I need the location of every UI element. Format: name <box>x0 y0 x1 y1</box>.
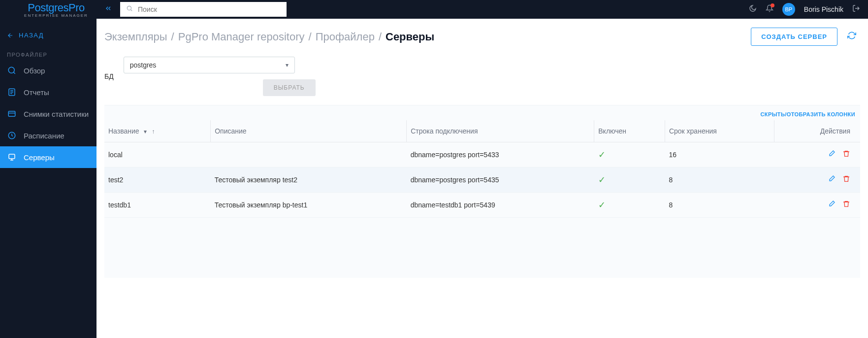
username: Boris Pischik <box>804 5 843 13</box>
svg-rect-3 <box>8 111 15 117</box>
sidebar-section-label: ПРОФАЙЛЕР <box>0 47 96 60</box>
theme-toggle-icon[interactable] <box>749 4 757 14</box>
sidebar-item-overview[interactable]: Обзор <box>0 60 96 81</box>
delete-icon[interactable] <box>842 151 850 159</box>
search-icon <box>126 5 133 14</box>
table-row: test2Тестовый экземпляр test2dbname=post… <box>104 168 860 193</box>
create-server-button[interactable]: СОЗДАТЬ СЕРВЕР <box>751 28 837 46</box>
servers-table: Название ▾ ↑ Описание Строка подключения… <box>104 120 860 218</box>
col-enabled[interactable]: Включен <box>594 120 665 142</box>
sidebar-item-label: Серверы <box>24 153 55 162</box>
cell-desc: Тестовый экземпляр test2 <box>211 168 407 193</box>
refresh-icon[interactable] <box>843 28 860 45</box>
check-icon: ✓ <box>598 175 606 185</box>
logo: PostgresPro ENTERPRISE MANAGER <box>8 1 104 18</box>
page-header: Экземпляры / PgPro Manager repository / … <box>104 28 860 46</box>
svg-rect-5 <box>9 154 15 159</box>
arrow-left-icon <box>7 32 14 39</box>
edit-icon[interactable] <box>828 151 836 159</box>
check-icon: ✓ <box>598 200 606 210</box>
filter-icon[interactable]: ▾ <box>144 128 147 135</box>
db-select-value: postgres <box>130 61 157 69</box>
cell-actions <box>774 142 860 168</box>
cell-actions <box>774 168 860 193</box>
search-input[interactable] <box>138 5 281 13</box>
logo-tagline: ENTERPRISE MANAGER <box>24 13 88 18</box>
sidebar-item-label: Отчеты <box>24 88 49 97</box>
page-title: Серверы <box>386 31 434 43</box>
col-label: Название <box>108 127 139 135</box>
check-icon: ✓ <box>598 150 606 160</box>
cell-name: testdb1 <box>104 193 211 218</box>
notifications-icon[interactable] <box>766 4 773 14</box>
col-actions: Действия <box>774 120 860 142</box>
sidebar-item-servers[interactable]: Серверы <box>0 146 96 168</box>
col-name[interactable]: Название ▾ ↑ <box>104 120 211 142</box>
edit-icon[interactable] <box>828 176 836 184</box>
cell-desc <box>211 142 407 168</box>
notification-badge <box>771 3 774 7</box>
snapshots-icon <box>7 109 17 119</box>
cell-actions <box>774 193 860 218</box>
cell-desc: Тестовый экземпляр bp-test1 <box>211 193 407 218</box>
sidebar-item-label: Расписание <box>24 132 64 140</box>
breadcrumb-item[interactable]: Экземпляры <box>104 31 167 43</box>
cell-retention: 16 <box>665 142 774 168</box>
sidebar-item-label: Снимки статистики <box>24 110 89 118</box>
svg-point-1 <box>8 67 14 73</box>
reports-icon <box>7 87 17 97</box>
breadcrumb-sep: / <box>379 31 382 43</box>
breadcrumb-sep: / <box>309 31 312 43</box>
db-select[interactable]: postgres ▾ <box>124 57 295 73</box>
cell-name: test2 <box>104 168 211 193</box>
main-content: Экземпляры / PgPro Manager repository / … <box>96 19 868 338</box>
cell-enabled: ✓ <box>594 193 665 218</box>
col-desc[interactable]: Описание <box>211 120 407 142</box>
topbar: PostgresPro ENTERPRISE MANAGER BP Boris … <box>0 0 868 19</box>
table-row: localdbname=postgres port=5433✓16 <box>104 142 860 168</box>
col-retention[interactable]: Срок хранения <box>665 120 774 142</box>
logout-icon[interactable] <box>852 4 860 14</box>
breadcrumb-item[interactable]: PgPro Manager repository <box>178 31 305 43</box>
topbar-right: BP Boris Pischik <box>749 3 860 16</box>
sidebar-item-reports[interactable]: Отчеты <box>0 81 96 103</box>
delete-icon[interactable] <box>842 201 850 209</box>
cell-name: local <box>104 142 211 168</box>
db-label: БД <box>104 72 114 80</box>
cell-retention: 8 <box>665 193 774 218</box>
sort-asc-icon[interactable]: ↑ <box>152 128 155 135</box>
search-box[interactable] <box>120 2 287 17</box>
breadcrumb-item[interactable]: Профайлер <box>316 31 375 43</box>
cell-enabled: ✓ <box>594 168 665 193</box>
avatar[interactable]: BP <box>782 3 795 16</box>
delete-icon[interactable] <box>842 176 850 184</box>
logo-text: PostgresPro <box>28 1 85 14</box>
sidebar-collapse-icon[interactable] <box>104 4 112 15</box>
breadcrumb: Экземпляры / PgPro Manager repository / … <box>104 31 434 43</box>
schedule-icon <box>7 131 17 140</box>
chevron-down-icon: ▾ <box>286 62 289 68</box>
cell-conn: dbname=postgres port=5435 <box>407 168 594 193</box>
cell-conn: dbname=postgres port=5433 <box>407 142 594 168</box>
select-button[interactable]: ВЫБРАТЬ <box>263 79 316 96</box>
sidebar: НАЗАД ПРОФАЙЛЕР Обзор Отчеты Снимки стат… <box>0 19 96 338</box>
servers-icon <box>7 152 17 162</box>
sidebar-item-snapshots[interactable]: Снимки статистики <box>0 103 96 125</box>
overview-icon <box>7 66 17 75</box>
back-label: НАЗАД <box>19 32 44 39</box>
col-conn[interactable]: Строка подключения <box>407 120 594 142</box>
edit-icon[interactable] <box>828 201 836 209</box>
sidebar-item-label: Обзор <box>24 67 45 75</box>
svg-point-0 <box>127 6 131 10</box>
sidebar-item-schedule[interactable]: Расписание <box>0 125 96 146</box>
cell-retention: 8 <box>665 168 774 193</box>
table-row: testdb1Тестовый экземпляр bp-test1dbname… <box>104 193 860 218</box>
table-toolbar: СКРЫТЬ/ОТОБРАЗИТЬ КОЛОНКИ <box>104 105 860 120</box>
breadcrumb-sep: / <box>171 31 174 43</box>
column-toggle-link[interactable]: СКРЫТЬ/ОТОБРАЗИТЬ КОЛОНКИ <box>760 111 855 117</box>
back-link[interactable]: НАЗАД <box>0 24 96 47</box>
cell-conn: dbname=testdb1 port=5439 <box>407 193 594 218</box>
filter-row: БД postgres ▾ ВЫБРАТЬ <box>104 57 860 96</box>
cell-enabled: ✓ <box>594 142 665 168</box>
